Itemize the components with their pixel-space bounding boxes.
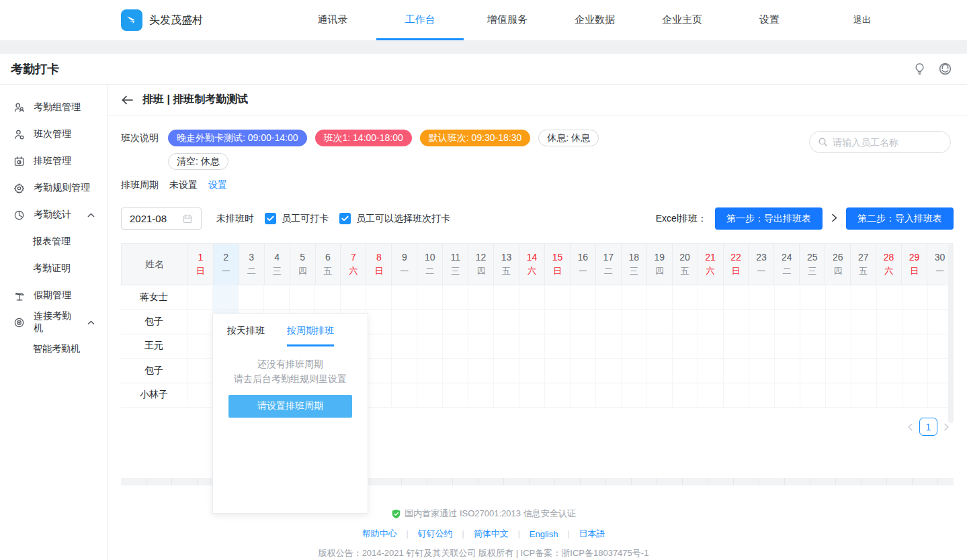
chevron-up-icon[interactable] <box>87 320 95 325</box>
schedule-cell[interactable] <box>544 383 570 407</box>
schedule-cell[interactable] <box>800 285 825 309</box>
schedule-cell[interactable] <box>289 285 314 309</box>
schedule-cell[interactable] <box>187 334 212 358</box>
schedule-cell[interactable] <box>366 383 391 407</box>
schedule-cell[interactable] <box>570 383 595 407</box>
schedule-cell[interactable] <box>493 285 519 309</box>
schedule-cell[interactable] <box>876 310 902 333</box>
nav-item[interactable]: 设置 <box>726 0 813 40</box>
schedule-cell[interactable] <box>698 334 723 358</box>
sidebar-item[interactable]: 考勤组管理 <box>0 94 107 121</box>
schedule-cell[interactable] <box>187 359 212 382</box>
schedule-cell[interactable] <box>544 359 570 382</box>
schedule-cell[interactable] <box>417 285 442 309</box>
schedule-cell[interactable] <box>774 383 800 407</box>
schedule-cell[interactable] <box>723 310 749 333</box>
schedule-cell[interactable] <box>570 285 595 309</box>
logout-button[interactable]: 退出 <box>853 14 871 26</box>
schedule-cell[interactable] <box>876 334 902 358</box>
search-input[interactable] <box>833 137 933 148</box>
schedule-cell[interactable] <box>212 285 238 309</box>
schedule-cell[interactable] <box>825 334 851 358</box>
cycle-set-link[interactable]: 设置 <box>208 179 227 191</box>
schedule-cell[interactable] <box>774 285 800 309</box>
schedule-cell[interactable] <box>825 383 851 407</box>
schedule-cell[interactable] <box>570 310 595 333</box>
schedule-cell[interactable] <box>672 285 698 309</box>
schedule-cell[interactable] <box>774 359 800 382</box>
page-number[interactable]: 1 <box>919 418 937 436</box>
schedule-cell[interactable] <box>851 310 876 333</box>
popup-tab[interactable]: 按周期排班 <box>287 325 334 346</box>
sidebar-item[interactable]: 连接考勤机 <box>0 309 107 336</box>
schedule-cell[interactable] <box>698 310 723 333</box>
sidebar-item[interactable]: 考勤统计 <box>0 201 107 228</box>
chevron-up-icon[interactable] <box>87 213 95 218</box>
set-cycle-button[interactable]: 请设置排班周期 <box>228 395 352 418</box>
schedule-cell[interactable] <box>391 359 417 382</box>
schedule-cell[interactable] <box>544 285 570 309</box>
schedule-cell[interactable] <box>391 334 417 358</box>
vertical-scrollbar[interactable] <box>948 244 954 423</box>
schedule-cell[interactable] <box>519 359 544 382</box>
schedule-cell[interactable] <box>851 334 876 358</box>
schedule-cell[interactable] <box>774 334 800 358</box>
schedule-cell[interactable] <box>187 285 212 309</box>
footer-link[interactable]: 钉钉公约 <box>418 528 453 540</box>
schedule-cell[interactable] <box>519 334 544 358</box>
schedule-cell[interactable] <box>391 285 417 309</box>
footer-link[interactable]: 简体中文 <box>474 528 509 540</box>
schedule-cell[interactable] <box>876 383 902 407</box>
schedule-cell[interactable] <box>621 310 646 333</box>
schedule-cell[interactable] <box>749 334 774 358</box>
schedule-cell[interactable] <box>366 285 391 309</box>
schedule-cell[interactable] <box>442 383 468 407</box>
schedule-cell[interactable] <box>519 285 544 309</box>
schedule-cell[interactable] <box>749 359 774 382</box>
schedule-cell[interactable] <box>417 310 442 333</box>
schedule-cell[interactable] <box>595 310 621 333</box>
schedule-cell[interactable] <box>825 359 851 382</box>
schedule-cell[interactable] <box>544 310 570 333</box>
schedule-cell[interactable] <box>621 359 646 382</box>
schedule-cell[interactable] <box>723 334 749 358</box>
schedule-cell[interactable] <box>595 383 621 407</box>
schedule-cell[interactable] <box>723 359 749 382</box>
lightbulb-icon[interactable] <box>913 62 926 75</box>
schedule-cell[interactable] <box>672 359 698 382</box>
customer-service-icon[interactable] <box>938 62 952 76</box>
checkbox-checked-icon[interactable] <box>339 213 351 224</box>
schedule-cell[interactable] <box>366 310 391 333</box>
schedule-cell[interactable] <box>570 334 595 358</box>
schedule-cell[interactable] <box>851 285 876 309</box>
schedule-cell[interactable] <box>621 285 646 309</box>
schedule-cell[interactable] <box>672 334 698 358</box>
schedule-cell[interactable] <box>723 383 749 407</box>
schedule-cell[interactable] <box>366 359 391 382</box>
footer-link[interactable]: English <box>530 529 558 539</box>
schedule-cell[interactable] <box>646 285 672 309</box>
schedule-cell[interactable] <box>698 359 723 382</box>
sidebar-subitem[interactable]: 考勤证明 <box>0 255 107 282</box>
back-arrow-icon[interactable] <box>121 95 134 105</box>
schedule-cell[interactable] <box>417 383 442 407</box>
schedule-cell[interactable] <box>749 383 774 407</box>
schedule-cell[interactable] <box>595 285 621 309</box>
schedule-cell[interactable] <box>698 383 723 407</box>
schedule-cell[interactable] <box>263 285 289 309</box>
schedule-cell[interactable] <box>493 383 519 407</box>
schedule-cell[interactable] <box>595 359 621 382</box>
schedule-cell[interactable] <box>493 334 519 358</box>
schedule-cell[interactable] <box>442 334 468 358</box>
schedule-cell[interactable] <box>800 334 825 358</box>
schedule-cell[interactable] <box>493 359 519 382</box>
schedule-cell[interactable] <box>800 310 825 333</box>
nav-item[interactable]: 企业数据 <box>551 0 638 40</box>
schedule-cell[interactable] <box>621 383 646 407</box>
schedule-cell[interactable] <box>417 359 442 382</box>
next-page-icon[interactable] <box>943 423 950 431</box>
schedule-cell[interactable] <box>595 334 621 358</box>
schedule-cell[interactable] <box>519 383 544 407</box>
schedule-cell[interactable] <box>468 310 493 333</box>
schedule-cell[interactable] <box>800 359 825 382</box>
